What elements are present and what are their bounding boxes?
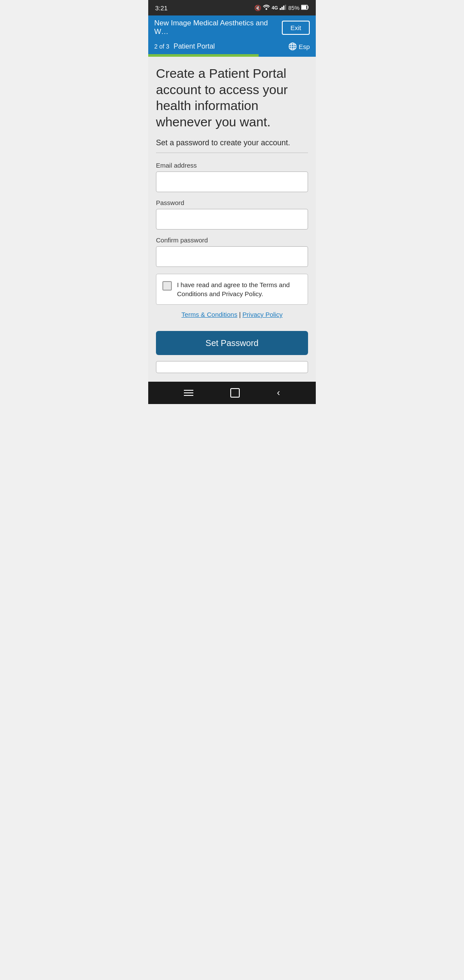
svg-rect-3	[283, 6, 284, 10]
app-bar: New Image Medical Aesthetics and W… Exit	[148, 15, 316, 40]
hamburger-icon	[184, 390, 193, 396]
nav-back-button[interactable]: ‹	[277, 387, 280, 398]
step-indicator: 2 of 3	[154, 43, 169, 50]
mute-icon: 🔇	[254, 5, 261, 11]
sub-header-page-title: Patient Portal	[174, 43, 215, 50]
nav-bar: ‹	[148, 382, 316, 404]
sub-header-left: 2 of 3 Patient Portal	[154, 43, 215, 54]
bottom-partial-element	[156, 361, 308, 373]
nav-menu-button[interactable]	[184, 390, 193, 396]
status-icons: 🔇 4G 85%	[254, 4, 309, 12]
terms-checkbox-container: I have read and agree to the Terms and C…	[156, 274, 308, 305]
link-separator: |	[239, 311, 241, 318]
email-input[interactable]	[156, 172, 308, 192]
set-password-button[interactable]: Set Password	[156, 331, 308, 355]
language-label: Esp	[299, 43, 310, 50]
confirm-password-input[interactable]	[156, 246, 308, 267]
confirm-password-label: Confirm password	[156, 236, 308, 244]
svg-rect-1	[280, 8, 281, 10]
battery-indicator: 85%	[288, 5, 299, 11]
main-content: Create a Patient Portal account to acces…	[148, 57, 316, 382]
language-button[interactable]: Esp	[288, 42, 310, 54]
links-row: Terms & Conditions | Privacy Policy	[156, 311, 308, 318]
password-input[interactable]	[156, 209, 308, 230]
nav-home-button[interactable]	[230, 388, 240, 398]
network-icon: 4G	[272, 5, 278, 10]
svg-rect-2	[281, 7, 283, 10]
terms-conditions-link[interactable]: Terms & Conditions	[181, 311, 237, 318]
terms-checkbox[interactable]	[162, 281, 172, 291]
password-label: Password	[156, 199, 308, 206]
wifi-icon	[263, 4, 270, 12]
sub-headline: Set a password to create your account.	[156, 138, 308, 147]
main-headline: Create a Patient Portal account to acces…	[156, 65, 308, 130]
back-icon: ‹	[277, 387, 280, 398]
exit-button[interactable]: Exit	[282, 21, 310, 35]
divider	[156, 153, 308, 153]
status-bar: 3:21 🔇 4G 85%	[148, 0, 316, 15]
home-icon	[230, 388, 240, 398]
signal-icon	[280, 5, 287, 11]
sub-header: 2 of 3 Patient Portal Esp	[148, 40, 316, 54]
svg-point-0	[266, 8, 267, 10]
app-bar-title: New Image Medical Aesthetics and W…	[154, 19, 282, 36]
privacy-policy-link[interactable]: Privacy Policy	[242, 311, 282, 318]
email-label: Email address	[156, 162, 308, 169]
terms-checkbox-label: I have read and agree to the Terms and C…	[177, 280, 302, 298]
status-time: 3:21	[155, 4, 168, 12]
battery-icon	[301, 5, 309, 11]
svg-rect-4	[285, 5, 286, 10]
svg-rect-6	[302, 6, 306, 9]
